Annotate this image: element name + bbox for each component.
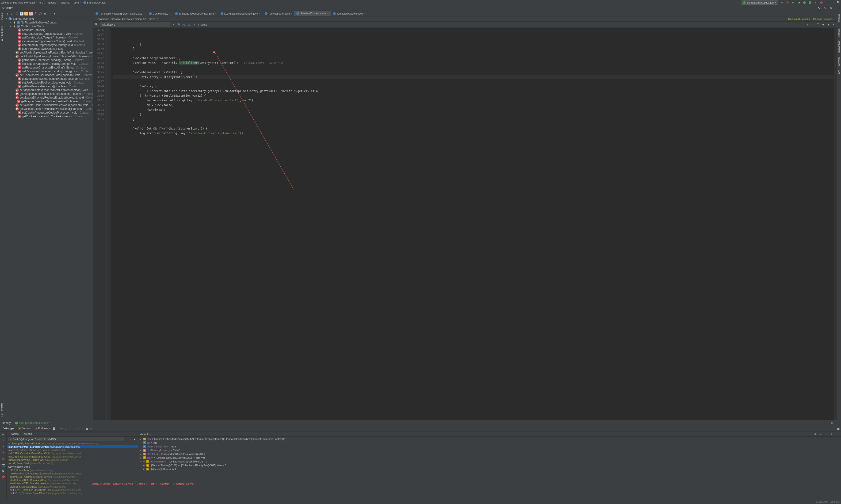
word-icon[interactable]: W	[187, 23, 191, 26]
sort-icon[interactable]: ↕	[6, 12, 10, 16]
close-tab-icon[interactable]: ×	[327, 12, 328, 15]
tree-item[interactable]: mgetMapperContextRootRedirectEnabled(): …	[4, 92, 93, 96]
structure-tree[interactable]: ▼c StandardContext ▶🔒cNoPluggabilityServ…	[4, 16, 93, 420]
tree-item[interactable]: ▶🔒cNoPluggabilityServletContext	[4, 21, 93, 24]
breadcrumb-item[interactable]: tomcat-embed-core-9.0.76.jar	[1, 1, 35, 4]
variable-row[interactable]: ▶≡this = {TomcatEmbeddedContext@5967} "S…	[138, 437, 841, 441]
tree-item[interactable]: mgetMapperDirectoryRedirectEnabled(): bo…	[4, 100, 93, 103]
frame-list[interactable]: onStartup:52, TomcatStarter (org.springf…	[6, 442, 138, 500]
mute-breakpoints-icon[interactable]: ⊘	[1, 457, 5, 461]
variable-row[interactable]: ▶≡useNamingProperty = "false"	[138, 448, 841, 452]
tree-item[interactable]: mincrementInProgressAsyncCount(): void ↑…	[4, 39, 93, 43]
layout-icon[interactable]: ▭	[831, 1, 835, 4]
editor-tab[interactable]: Context.class×	[147, 11, 173, 16]
stack-frame[interactable]: submit:139, AbstractExecutorService (jav…	[6, 475, 138, 479]
step-out-icon[interactable]: ↑	[72, 427, 76, 431]
coverage-icon[interactable]: ▶	[791, 1, 795, 4]
breadcrumb-item[interactable]: StandardContext	[83, 1, 106, 4]
sort-alpha-icon[interactable]: a↓	[10, 12, 14, 16]
tree-item[interactable]: msetCookieProcessor(CookieProcessor): vo…	[4, 111, 93, 114]
close-tab-icon[interactable]: ×	[291, 12, 292, 15]
tree-item[interactable]: mgetUseRelativeRedirects(): boolean ↑Con…	[4, 85, 93, 88]
pin-search-icon[interactable]: ⚲	[177, 23, 181, 26]
plantuml-tab[interactable]: PlantUML	[837, 11, 841, 25]
step-over-icon[interactable]: ↷	[59, 427, 64, 431]
code-content[interactable]: } } "kw">this.mergeParameters(); Iterato…	[111, 28, 834, 420]
tree-item[interactable]: msetMapperContextRootRedirectEnabled(boo…	[4, 88, 93, 92]
variable-row[interactable]: ▼∞≡this.initializers = {LinkedHashMap@59…	[138, 460, 841, 463]
hammer-icon[interactable]: ↘	[735, 1, 739, 4]
attach-icon[interactable]: ⬤	[803, 1, 806, 4]
vars-prev-icon[interactable]: ‹	[819, 432, 822, 436]
select-all-icon[interactable]: ☑	[816, 23, 820, 26]
camera-icon[interactable]: 📷	[1, 463, 5, 467]
editor-tab[interactable]: StandardContext.class×	[294, 11, 330, 16]
stack-frame[interactable]: run:-1, FutureTask (java.util.concurrent…	[6, 462, 138, 465]
stack-frame[interactable]: call:1318, ContainerBase$StartChild (org…	[6, 455, 138, 458]
tree-item[interactable]: msetMapperDirectoryRedirectEnabled(boole…	[4, 96, 93, 100]
close-tab-icon[interactable]: ×	[364, 12, 365, 15]
threads-icon[interactable]: ☰	[52, 427, 56, 431]
tree-item[interactable]: msetCreateUploadTargets(boolean): void ↑…	[4, 32, 93, 36]
editor-tab[interactable]: TomcatWebServer.java×	[331, 11, 368, 16]
project-tab[interactable]: 1: Project	[0, 11, 4, 24]
tree-item[interactable]: msetDispatchersUseEncodedPaths(boolean):…	[4, 73, 93, 77]
debugger-tab[interactable]: Debugger	[1, 426, 16, 431]
clear-search-icon[interactable]: ×	[172, 23, 176, 26]
close-search-icon[interactable]: ×	[831, 23, 835, 26]
stack-frame[interactable]: call:1318, ContainerBase$StartChild (org…	[6, 491, 138, 495]
fold-gutter[interactable]	[107, 28, 111, 420]
filter-icon[interactable]: ▼	[53, 12, 56, 16]
stop-icon[interactable]: ■	[1, 445, 5, 448]
variable-list[interactable]: ▶≡this = {TomcatEmbeddedContext@5967} "S…	[138, 437, 841, 500]
tree-item[interactable]: mdecrementInProgressAsyncCount(): void ↑…	[4, 43, 93, 47]
ant-tab[interactable]: Ant	[837, 68, 841, 75]
prev-match-icon[interactable]: ↑	[806, 23, 809, 26]
variable-row[interactable]: ≡ok = true	[138, 441, 841, 445]
stack-frame[interactable]: :132, FutureTask (java.util.concurrent)	[6, 469, 138, 472]
thread-select[interactable]: ✓"main"@1 in group "main": RUNNING	[8, 437, 124, 442]
editor-tab[interactable]: TomcatStarter.java×	[263, 11, 294, 16]
collapse-icon[interactable]: ⇱	[817, 6, 821, 10]
trace-icon[interactable]: ≡	[89, 427, 93, 431]
tree-item[interactable]: mStandardContext()	[4, 28, 93, 32]
pin-icon[interactable]: 📌	[1, 475, 5, 479]
stop-icon[interactable]: ■	[814, 1, 818, 4]
close-tab-icon[interactable]: ×	[259, 12, 260, 15]
remove-watch-icon[interactable]: −	[835, 432, 839, 436]
tree-item[interactable]: mgetCreateUploadTargets(): boolean ↑Cont…	[4, 36, 93, 39]
vars-view-icon[interactable]: ⊞	[813, 432, 817, 436]
debug-app-tab[interactable]: ⬤ SpringDemoApplication ×	[13, 421, 52, 426]
hide-icon[interactable]: —	[835, 6, 839, 10]
console-tab[interactable]: ▣ Console	[16, 426, 33, 431]
case-icon[interactable]: Aa	[182, 23, 186, 26]
editor-tab[interactable]: TomcatServletWebServerFactory.java×	[93, 11, 147, 16]
close-tab-icon[interactable]: ×	[169, 12, 171, 15]
resume-icon[interactable]: ▶	[1, 432, 5, 436]
stack-frame[interactable]: call:1328, ContainerBase$StartChild (org…	[6, 452, 138, 455]
tree-item[interactable]: msetRequestCharacterEncoding(String): vo…	[4, 62, 93, 66]
hierarchy-tab[interactable]: Hierarchy	[837, 25, 841, 39]
tree-item[interactable]: mgetResponseCharacterEncoding(): String …	[4, 66, 93, 69]
gear-icon[interactable]: ⚙	[830, 421, 834, 425]
tree-item[interactable]: mgetAllowMultipleLeadingForwardSlashInPa…	[4, 54, 93, 58]
pause-icon[interactable]: ⏸	[1, 438, 5, 442]
breakpoints-icon[interactable]: ●	[1, 451, 5, 454]
threads-subtab[interactable]: Threads	[20, 432, 34, 436]
profiler-icon[interactable]: ◔	[797, 1, 801, 4]
force-step-icon[interactable]: ⇓	[68, 427, 72, 431]
breadcrumb-item[interactable]: org	[39, 1, 43, 4]
structure-tab[interactable]: ▣ 7: Structure	[0, 24, 4, 43]
step-into-icon[interactable]: ↓	[64, 427, 68, 431]
breadcrumb-item[interactable]: apache	[48, 1, 56, 4]
choose-sources-link[interactable]: Choose Sources...	[813, 18, 835, 20]
tree-item[interactable]: msetAllowMultipleLeadingForwardSlashInPa…	[4, 51, 93, 54]
variable-row[interactable]: ▶≡ {WsSci@6064} -> null	[138, 467, 841, 471]
filter-icon[interactable]: ▼	[826, 23, 830, 26]
stack-frame[interactable]: run$$$capture:264, FutureTask (java.util…	[6, 458, 138, 462]
show-inherited-icon[interactable]: ⇈	[34, 12, 38, 16]
stack-frame[interactable]: startInternal:4936, StandardContext (org…	[6, 445, 138, 448]
run-to-cursor-icon[interactable]: →|	[81, 427, 85, 431]
variable-row[interactable]: ▶≡entry = {LinkedHashMap$Entry@5969} -> …	[138, 456, 841, 460]
search-input[interactable]	[100, 22, 171, 27]
